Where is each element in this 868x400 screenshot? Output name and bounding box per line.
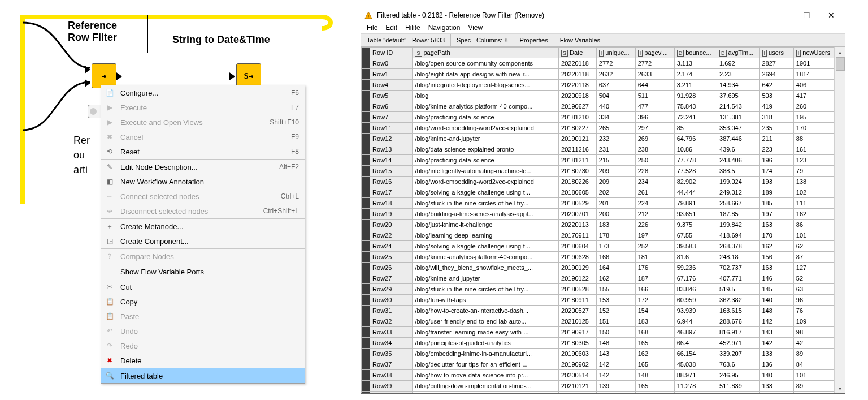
data-cell[interactable]: 232	[596, 134, 635, 144]
data-cell[interactable]: /blog/stuck-in-the-nine-circles-of-hell-…	[413, 198, 559, 209]
data-cell[interactable]: 14.934	[717, 80, 760, 91]
table-row[interactable]: Row22/blog/learning-deep-learning2017091…	[362, 230, 834, 241]
data-cell[interactable]: 156	[760, 252, 793, 263]
data-cell[interactable]: 170	[793, 123, 834, 134]
data-cell[interactable]: 20190902	[559, 359, 597, 370]
data-cell[interactable]: 96	[793, 295, 834, 306]
data-cell[interactable]: 20181210	[559, 112, 597, 123]
data-cell[interactable]: 131.381	[717, 112, 760, 123]
data-cell[interactable]: 46.897	[674, 327, 717, 338]
column-header-unique-[interactable]: Iunique...	[596, 48, 635, 58]
column-header-pagevi-[interactable]: Ipagevi...	[635, 48, 674, 58]
data-cell[interactable]: 174	[760, 166, 793, 177]
menu-item-delete[interactable]: ✖Delete	[101, 353, 305, 368]
data-cell[interactable]: 243.406	[717, 155, 760, 166]
data-cell[interactable]: 87	[793, 252, 834, 263]
data-cell[interactable]: 20190311	[559, 392, 597, 394]
input-port[interactable]	[85, 79, 90, 87]
row-id-cell[interactable]: Row16	[370, 177, 413, 187]
table-row[interactable]: Row32/blog/user-friendly-end-to-end-lab-…	[362, 316, 834, 327]
tab-2[interactable]: Properties	[514, 34, 554, 46]
data-cell[interactable]: /blog/solving-a-kaggle-challenge-using-t…	[413, 241, 559, 252]
data-cell[interactable]: 91.928	[674, 91, 717, 101]
data-cell[interactable]: 178	[596, 230, 635, 241]
table-row[interactable]: Row19/blog/building-a-time-series-analys…	[362, 209, 834, 220]
data-cell[interactable]: 154	[635, 306, 674, 316]
row-id-cell[interactable]: Row19	[370, 209, 413, 220]
menu-item-create-component[interactable]: ◲Create Component...	[101, 234, 305, 248]
row-id-cell[interactable]: Row25	[370, 252, 413, 263]
data-cell[interactable]: 477	[635, 101, 674, 112]
row-id-cell[interactable]: Row35	[370, 349, 413, 359]
data-cell[interactable]: 20220113	[559, 220, 597, 230]
data-cell[interactable]: 20190627	[559, 101, 597, 112]
node-context-menu[interactable]: 📄Configure...F6▶ExecuteF7▶Execute and Op…	[101, 85, 305, 384]
data-cell[interactable]: 511	[635, 91, 674, 101]
row-id-cell[interactable]: Row6	[370, 101, 413, 112]
data-cell[interactable]: 37.695	[717, 91, 760, 101]
data-cell[interactable]: 288.676	[717, 316, 760, 327]
column-header-pagepath[interactable]: SpagePath	[413, 48, 559, 58]
data-cell[interactable]: /blog/knime-and-jupyter	[413, 273, 559, 284]
data-cell[interactable]: 504	[596, 91, 635, 101]
table-row[interactable]: Row25/blog/knime-analytics-platform-40-c…	[362, 252, 834, 263]
data-cell[interactable]: 165	[635, 359, 674, 370]
data-cell[interactable]: /blog/principles-of-guided-analytics	[413, 338, 559, 349]
data-cell[interactable]: 195	[793, 112, 834, 123]
data-cell[interactable]: 76	[793, 392, 834, 394]
data-cell[interactable]: /blog/word-embedding-word2vec-explained	[413, 123, 559, 134]
output-port[interactable]	[116, 72, 122, 80]
row-id-cell[interactable]: Row14	[370, 155, 413, 166]
table-row[interactable]: Row37/blog/declutter-four-tips-for-an-ef…	[362, 359, 834, 370]
data-cell[interactable]: 20170911	[559, 230, 597, 241]
row-id-cell[interactable]: Row15	[370, 166, 413, 177]
data-cell[interactable]: /blog/cutting-down-implementation-time-.…	[413, 381, 559, 392]
data-cell[interactable]: 387.446	[717, 134, 760, 144]
data-cell[interactable]: 111	[793, 198, 834, 209]
data-cell[interactable]: 440	[596, 101, 635, 112]
input-port[interactable]	[229, 72, 235, 80]
data-cell[interactable]: 2633	[635, 69, 674, 80]
row-id-cell[interactable]: Row4	[370, 80, 413, 91]
data-cell[interactable]: 142	[760, 316, 793, 327]
column-header-bounce-[interactable]: Dbounce...	[674, 48, 717, 58]
data-cell[interactable]: 168	[635, 327, 674, 338]
data-cell[interactable]: 162	[793, 209, 834, 220]
data-cell[interactable]: 187	[635, 273, 674, 284]
data-cell[interactable]: 20180605	[559, 187, 597, 198]
data-cell[interactable]: 637	[596, 80, 635, 91]
data-cell[interactable]: 3.211	[674, 80, 717, 91]
data-cell[interactable]: 75.843	[674, 101, 717, 112]
table-row[interactable]: Row18/blog/stuck-in-the-nine-circles-of-…	[362, 198, 834, 209]
data-cell[interactable]: 77.528	[674, 166, 717, 177]
data-cell[interactable]: 142	[760, 338, 793, 349]
menu-bar[interactable]: FileEditHiliteNavigationView	[361, 22, 845, 34]
scroll-thumb[interactable]	[836, 57, 845, 71]
data-cell[interactable]: 10.86	[674, 144, 717, 155]
table-row[interactable]: Row17/blog/solving-a-kaggle-challenge-us…	[362, 187, 834, 198]
data-cell[interactable]: 170	[760, 230, 793, 241]
row-id-cell[interactable]: Row20	[370, 220, 413, 230]
data-cell[interactable]: 138	[760, 392, 793, 394]
data-cell[interactable]: 52	[793, 273, 834, 284]
data-cell[interactable]: /blog/how-to-create-an-interactive-dash.…	[413, 306, 559, 316]
data-cell[interactable]: /blog/transfer-learning-made-easy-with-.…	[413, 327, 559, 338]
data-cell[interactable]: 123	[793, 155, 834, 166]
data-cell[interactable]: 89	[793, 349, 834, 359]
data-cell[interactable]: 249.312	[717, 187, 760, 198]
table-row[interactable]: Row30/blog/fun-with-tags2018091115317260…	[362, 295, 834, 306]
close-button[interactable]: ✕	[821, 11, 841, 20]
table-row[interactable]: Row38/blog/how-to-move-data-science-into…	[362, 370, 834, 381]
data-cell[interactable]: 152	[596, 306, 635, 316]
data-cell[interactable]: 93.939	[674, 306, 717, 316]
data-cell[interactable]: /blog/building-a-time-series-analysis-ap…	[413, 209, 559, 220]
data-cell[interactable]: 20180529	[559, 198, 597, 209]
data-cell[interactable]: 20190122	[559, 273, 597, 284]
row-id-cell[interactable]: Row13	[370, 144, 413, 155]
data-cell[interactable]: 20211216	[559, 144, 597, 155]
row-id-cell[interactable]: Row18	[370, 198, 413, 209]
data-cell[interactable]: 76	[793, 306, 834, 316]
table-row[interactable]: Row31/blog/how-to-create-an-interactive-…	[362, 306, 834, 316]
data-cell[interactable]: 417	[793, 91, 834, 101]
data-cell[interactable]: 185	[760, 198, 793, 209]
